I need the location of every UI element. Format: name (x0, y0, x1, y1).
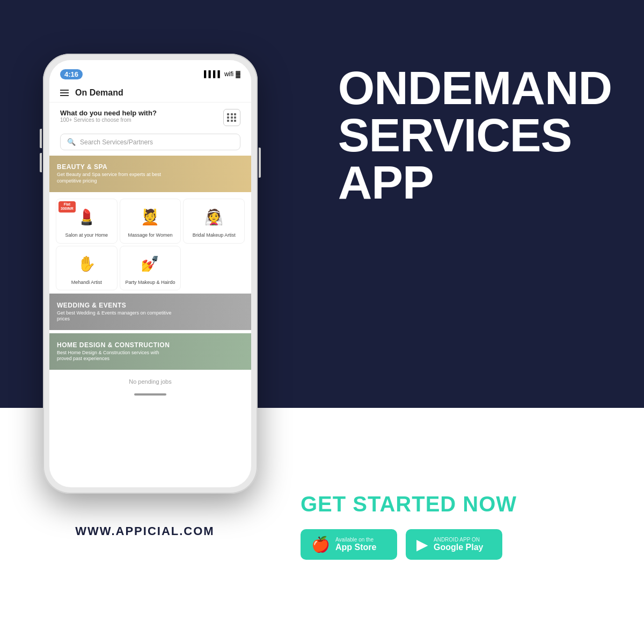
bridal-icon: 👰 (201, 203, 228, 230)
google-play-button[interactable]: ▶ ANDROID APP ON Google Play (406, 529, 502, 560)
service-salon[interactable]: Flat 300INR 💄 Salon at your Home (56, 199, 118, 244)
help-main-text: What do you need help with? (60, 109, 157, 117)
hero-line1: ONDEMAND (338, 64, 612, 112)
wedding-desc: Get best Wedding & Events managers on co… (57, 310, 175, 323)
grid-view-icon[interactable] (223, 109, 240, 126)
search-bar[interactable]: 🔍 Search Services/Partners (60, 134, 240, 150)
play-icon: ▶ (416, 536, 428, 553)
flat-badge: Flat 300INR (58, 201, 76, 213)
get-started-label: GET STARTED NOW (301, 492, 517, 516)
massage-label: Massage for Women (128, 232, 173, 239)
google-play-main: Google Play (434, 543, 483, 552)
app-title: On Demand (75, 88, 123, 98)
hamburger-icon[interactable] (60, 90, 69, 96)
home-desc: Best Home Design & Construction services… (57, 350, 175, 362)
google-play-sub: ANDROID APP ON (434, 537, 483, 543)
wedding-events-banner[interactable]: WEDDING & EVENTS Get best Wedding & Even… (49, 294, 251, 330)
bridal-label: Bridal Makeup Artist (193, 232, 236, 239)
home-design-banner[interactable]: HOME DESIGN & CONSTRUCTION Best Home Des… (49, 333, 251, 370)
beauty-spa-banner[interactable]: BEAUTY & SPA Get Beauty and Spa service … (49, 156, 251, 192)
service-mehandi[interactable]: ✋ Mehandi Artist (56, 246, 118, 291)
party-makeup-label: Party Makeup & Hairdo (125, 280, 175, 286)
app-store-button[interactable]: 🍎 Available on the App Store (301, 529, 397, 560)
beauty-title: BEAUTY & SPA (57, 163, 175, 171)
massage-icon: 💆 (137, 203, 164, 230)
service-grid: Flat 300INR 💄 Salon at your Home 💆 Massa… (49, 195, 251, 294)
battery-icon: ▓ (236, 70, 240, 78)
store-buttons: 🍎 Available on the App Store ▶ ANDROID A… (301, 529, 502, 560)
phone-mockup: 4:16 ▌▌▌▌ wifi ▓ On Demand (43, 54, 268, 515)
mehandi-label: Mehandi Artist (71, 280, 102, 286)
hero-line2: SERVICES (338, 112, 612, 159)
wedding-title: WEDDING & EVENTS (57, 302, 175, 309)
apple-icon: 🍎 (311, 536, 330, 553)
beauty-desc: Get Beauty and Spa service from experts … (57, 172, 175, 184)
status-icons: ▌▌▌▌ wifi ▓ (204, 70, 240, 78)
home-title: HOME DESIGN & CONSTRUCTION (57, 341, 175, 349)
search-icon: 🔍 (67, 138, 76, 146)
app-header: On Demand (49, 84, 251, 103)
signal-icon: ▌▌▌▌ (204, 70, 222, 78)
app-store-sub: Available on the (335, 537, 376, 543)
bottom-right: GET STARTED NOW 🍎 Available on the App S… (258, 492, 612, 560)
status-time: 4:16 (60, 69, 83, 79)
mehandi-icon: ✋ (73, 251, 100, 277)
hero-line3: APP (338, 159, 612, 206)
salon-label: Salon at your Home (65, 232, 108, 239)
party-makeup-icon: 💅 (137, 251, 164, 277)
no-pending-text: No pending jobs (49, 373, 251, 390)
service-party-makeup[interactable]: 💅 Party Makeup & Hairdo (120, 246, 181, 291)
top-section: 4:16 ▌▌▌▌ wifi ▓ On Demand (0, 0, 644, 408)
app-store-main: App Store (335, 543, 376, 552)
search-input[interactable]: Search Services/Partners (80, 138, 153, 146)
wifi-icon: wifi (224, 70, 233, 78)
help-section: What do you need help with? 100+ Service… (49, 103, 251, 130)
home-indicator (134, 393, 166, 396)
salon-icon: 💄 (73, 203, 100, 230)
help-sub-text: 100+ Services to choose from (60, 117, 157, 123)
hero-text: ONDEMAND SERVICES APP (338, 64, 612, 206)
website-url: WWW.APPICIAL.COM (75, 524, 214, 538)
service-massage[interactable]: 💆 Massage for Women (120, 199, 181, 244)
bottom-left: WWW.APPICIAL.COM (32, 514, 258, 538)
service-bridal[interactable]: 👰 Bridal Makeup Artist (183, 199, 245, 244)
